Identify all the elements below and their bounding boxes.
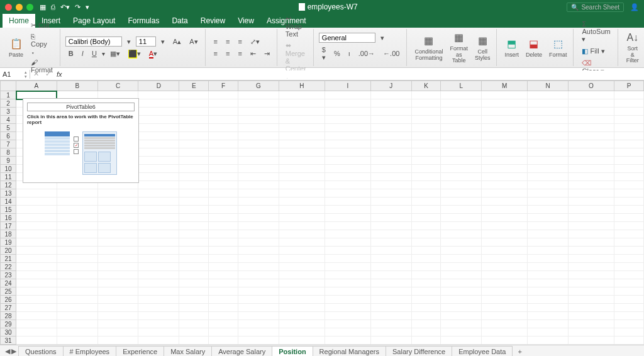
sheet-tab[interactable]: Salary Difference — [386, 346, 452, 357]
cell[interactable] — [411, 132, 441, 140]
cell[interactable] — [411, 197, 441, 206]
save-icon[interactable]: ▦ — [40, 3, 46, 11]
cell[interactable] — [441, 337, 482, 345]
cell[interactable] — [238, 99, 279, 108]
cell[interactable] — [238, 328, 279, 337]
cell-styles-button[interactable]: ▦Cell Styles — [472, 33, 493, 63]
cell[interactable] — [179, 181, 209, 189]
cell[interactable] — [138, 312, 179, 320]
row-header[interactable]: 10 — [1, 165, 16, 173]
row-header[interactable]: 24 — [1, 279, 16, 287]
column-header[interactable]: B — [57, 81, 97, 91]
cell[interactable] — [138, 165, 179, 173]
cell[interactable] — [138, 206, 179, 214]
align-bottom-icon[interactable]: ≡ — [235, 36, 245, 47]
sort-filter-button[interactable]: A↓Sort & Filter — [623, 30, 642, 66]
cell[interactable] — [325, 206, 370, 214]
column-header[interactable]: D — [138, 81, 179, 91]
row-header[interactable]: 22 — [1, 263, 16, 271]
column-header[interactable]: L — [441, 81, 482, 91]
cell[interactable] — [569, 222, 614, 230]
cell[interactable] — [441, 345, 482, 345]
cell[interactable] — [569, 328, 614, 337]
cell[interactable] — [57, 222, 97, 230]
cell[interactable] — [482, 337, 528, 345]
cell[interactable] — [57, 328, 97, 337]
indent-increase-icon[interactable]: ⇥ — [261, 48, 273, 59]
column-header[interactable]: I — [325, 81, 370, 91]
cell[interactable] — [482, 91, 528, 99]
column-header[interactable]: O — [569, 81, 614, 91]
cell[interactable] — [238, 157, 279, 165]
cell[interactable] — [138, 140, 179, 148]
cell[interactable] — [238, 345, 279, 345]
cell[interactable] — [569, 206, 614, 214]
cell[interactable] — [179, 214, 209, 222]
cell[interactable] — [482, 271, 528, 279]
cell[interactable] — [179, 222, 209, 230]
cell[interactable] — [441, 173, 482, 181]
cell[interactable] — [482, 124, 528, 132]
row-header[interactable]: 8 — [1, 148, 16, 157]
cell[interactable] — [97, 255, 138, 263]
cell[interactable] — [482, 99, 528, 108]
cell[interactable] — [279, 328, 325, 337]
cell[interactable] — [370, 337, 411, 345]
cell[interactable] — [325, 189, 370, 197]
cell[interactable] — [614, 296, 643, 304]
cell[interactable] — [179, 91, 209, 99]
cell[interactable] — [411, 263, 441, 271]
cell[interactable] — [614, 279, 643, 287]
cell[interactable] — [238, 312, 279, 320]
cell[interactable] — [482, 247, 528, 255]
cell[interactable] — [411, 91, 441, 99]
cell[interactable] — [411, 181, 441, 189]
cell[interactable] — [370, 263, 411, 271]
align-middle-icon[interactable]: ≡ — [223, 36, 233, 47]
cell[interactable] — [411, 189, 441, 197]
cell[interactable] — [482, 312, 528, 320]
border-button[interactable]: ▦▾ — [107, 48, 123, 59]
row-header[interactable]: 27 — [1, 304, 16, 312]
row-header[interactable]: 3 — [1, 108, 16, 116]
font-color-button[interactable]: A▾ — [146, 48, 160, 59]
cell[interactable] — [528, 312, 569, 320]
cell[interactable] — [528, 157, 569, 165]
cell[interactable] — [238, 165, 279, 173]
cut-button[interactable]: ✂ Cut — [28, 20, 56, 31]
cell[interactable] — [614, 206, 643, 214]
cell[interactable] — [325, 222, 370, 230]
cell[interactable] — [179, 345, 209, 345]
cell[interactable] — [279, 108, 325, 116]
cell[interactable] — [528, 214, 569, 222]
cell[interactable] — [614, 238, 643, 247]
cell[interactable] — [238, 124, 279, 132]
cell[interactable] — [57, 279, 97, 287]
cell[interactable] — [279, 247, 325, 255]
cell[interactable] — [97, 197, 138, 206]
align-center-icon[interactable]: ≡ — [223, 48, 233, 58]
cell[interactable] — [279, 279, 325, 287]
sheet-nav-next-icon[interactable]: ▶ — [11, 347, 16, 355]
cell[interactable] — [325, 287, 370, 296]
column-header[interactable]: F — [209, 81, 238, 91]
row-header[interactable]: 18 — [1, 230, 16, 238]
cell[interactable] — [614, 345, 643, 345]
cell[interactable] — [411, 287, 441, 296]
cell[interactable] — [614, 312, 643, 320]
cell[interactable] — [370, 140, 411, 148]
cell[interactable] — [528, 116, 569, 124]
cell[interactable] — [179, 165, 209, 173]
cell[interactable] — [179, 255, 209, 263]
row-header[interactable]: 28 — [1, 312, 16, 320]
cell[interactable] — [279, 230, 325, 238]
cell[interactable] — [238, 140, 279, 148]
cell[interactable] — [441, 296, 482, 304]
cell[interactable] — [569, 108, 614, 116]
cell[interactable] — [16, 328, 57, 337]
cell[interactable] — [614, 230, 643, 238]
cell[interactable] — [57, 271, 97, 279]
add-sheet-button[interactable]: + — [513, 348, 526, 355]
cell[interactable] — [325, 181, 370, 189]
cell[interactable] — [482, 132, 528, 140]
